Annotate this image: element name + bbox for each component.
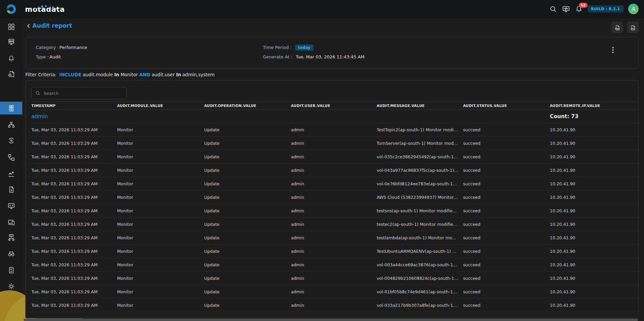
devices-icon <box>7 218 15 226</box>
sidebar-item-integrations[interactable] <box>0 151 22 164</box>
audit-table-panel: TIMESTAMP AUDIT.MODULE.VALUE AUDIT.OPERA… <box>25 80 639 318</box>
type-value: Audit <box>49 54 61 59</box>
cell-timestamp: Tue, Mar 03, 2026 11:03:29 AM <box>31 204 117 218</box>
sidebar-item-network[interactable] <box>0 231 22 244</box>
cell-timestamp: Tue, Mar 03, 2026 11:03:29 AM <box>31 299 117 312</box>
sidebar-item-auto-discovery[interactable] <box>0 134 22 147</box>
cell-ip: 10.20.41.90 <box>550 177 639 191</box>
cell-user: admin <box>291 258 377 272</box>
monitor-activity-button[interactable] <box>562 5 570 13</box>
sidebar-item-script-console[interactable] <box>0 199 22 212</box>
notifications-button[interactable]: 52 <box>575 5 583 13</box>
cell-module: Monitor <box>117 191 204 204</box>
category-value: Performance <box>59 45 87 50</box>
filter-criteria: Filter Criteria: INCLUDEaudit.moduleInMo… <box>25 72 217 77</box>
cell-timestamp: Tue, Mar 03, 2026 11:03:29 AM <box>31 150 117 164</box>
cell-operation: Update <box>204 231 291 245</box>
cell-timestamp: Tue, Mar 03, 2026 11:03:29 AM <box>31 164 117 177</box>
cell-status: succeed <box>463 150 550 164</box>
cell-timestamp: Tue, Mar 03, 2026 11:03:29 AM <box>31 123 117 137</box>
global-search-button[interactable] <box>549 5 557 13</box>
filter-part: In <box>176 72 181 77</box>
cell-message: vol-003a44cce69ac3876(ap-south-1) Mo... <box>377 258 463 272</box>
cell-status: succeed <box>463 191 550 204</box>
cell-status: succeed <box>463 258 550 272</box>
sidebar-item-scheduled-audit[interactable] <box>0 68 22 80</box>
cell-module: Monitor <box>117 218 204 231</box>
sidebar-item-metrics[interactable] <box>0 167 22 180</box>
cell-module: Monitor <box>117 150 204 164</box>
flow-icon <box>7 154 15 161</box>
sidebar-item-compliance[interactable] <box>0 264 22 276</box>
cell-message: TestUbuntuARMQAENV(ap-south-1) Monit... <box>377 245 463 258</box>
cell-status: succeed <box>463 285 550 299</box>
group-name-link[interactable]: admin <box>31 113 48 119</box>
document-icon <box>7 186 15 193</box>
sidebar-item-dashboard[interactable] <box>0 20 22 33</box>
cell-status: succeed <box>463 204 550 218</box>
cell-operation: Update <box>204 191 291 204</box>
page-title: Audit report <box>32 22 72 29</box>
col-message: AUDIT.MESSAGE.VALUE <box>377 102 463 110</box>
user-avatar[interactable] <box>628 4 639 14</box>
sidebar <box>0 18 22 321</box>
cell-operation: Update <box>204 177 291 191</box>
filter-part: audit.module <box>83 72 113 77</box>
cell-module: Monitor <box>117 245 204 258</box>
cell-user: admin <box>291 123 377 137</box>
cell-ip: 10.20.41.90 <box>550 218 639 231</box>
sidebar-item-discovery-scan[interactable] <box>0 247 22 260</box>
col-timestamp: TIMESTAMP <box>31 102 117 110</box>
cell-status: succeed <box>463 164 550 177</box>
cell-ip: 10.20.41.90 <box>550 204 639 218</box>
cell-ip: 10.20.41.90 <box>550 150 639 164</box>
cell-user: admin <box>291 285 377 299</box>
cell-user: admin <box>291 204 377 218</box>
cell-timestamp: Tue, Mar 03, 2026 11:03:29 AM <box>31 258 117 272</box>
chevron-left-icon <box>25 22 32 30</box>
cell-ip: 10.20.41.90 <box>550 258 639 272</box>
sidebar-item-alerts[interactable] <box>0 52 22 65</box>
back-button[interactable] <box>25 22 32 30</box>
table-row: Tue, Mar 03, 2026 11:03:29 AMMonitorUpda… <box>31 150 639 164</box>
type-label: Type : <box>36 54 49 59</box>
avatar-user-icon <box>630 6 637 12</box>
generate-at-value: Tue, Mar 03, 2026 11:43:45 AM <box>296 54 365 59</box>
cell-ip: 10.20.41.90 <box>550 272 639 285</box>
cell-message: AWS Cloud (538223994937) Monitor modi... <box>377 191 463 204</box>
sidebar-item-reports[interactable] <box>0 102 22 114</box>
export-csv-button[interactable]: CSV <box>627 22 639 33</box>
monitor-pulse-icon <box>562 5 570 13</box>
sidebar-item-templates[interactable] <box>0 183 22 196</box>
table-row: Tue, Mar 03, 2026 11:03:29 AMMonitorUpda… <box>31 177 639 191</box>
cell-timestamp: Tue, Mar 03, 2026 11:03:29 AM <box>31 231 117 245</box>
page-header: Audit report PDF CSV <box>22 18 644 34</box>
cell-user: admin <box>291 299 377 312</box>
horizontal-scrollbar[interactable] <box>24 319 638 321</box>
sidebar-item-monitors[interactable] <box>0 35 22 48</box>
cell-status: succeed <box>463 177 550 191</box>
cell-module: Monitor <box>117 285 204 299</box>
cell-status: succeed <box>463 231 550 245</box>
kebab-icon <box>612 47 614 48</box>
cell-message: vol-033a217b9b307a8fe(ap-south-1) Mon... <box>377 299 463 312</box>
table-row: Tue, Mar 03, 2026 11:03:29 AMMonitorUpda… <box>31 299 639 312</box>
cell-message: vol-035c2ce3862945492(ap-south-1) Mo... <box>377 150 463 164</box>
cell-operation: Update <box>204 204 291 218</box>
cell-operation: Update <box>204 299 291 312</box>
cell-status: succeed <box>463 299 550 312</box>
audit-table-body: Tue, Mar 03, 2026 11:03:29 AMMonitorUpda… <box>31 123 639 312</box>
cell-status: succeed <box>463 123 550 137</box>
summary-menu-button[interactable] <box>610 46 616 54</box>
settings-gear-icon <box>7 283 15 290</box>
sidebar-item-devices[interactable] <box>0 216 22 229</box>
search-input[interactable] <box>44 91 123 96</box>
filter-part: AND <box>139 72 151 77</box>
export-pdf-button[interactable]: PDF <box>612 22 623 33</box>
cell-user: admin <box>291 164 377 177</box>
cell-module: Monitor <box>117 164 204 177</box>
generate-at-label: Generate At : <box>263 54 292 59</box>
cell-ip: 10.20.41.90 <box>550 245 639 258</box>
code-monitor-icon <box>7 202 15 210</box>
sidebar-item-topology[interactable] <box>0 118 22 131</box>
